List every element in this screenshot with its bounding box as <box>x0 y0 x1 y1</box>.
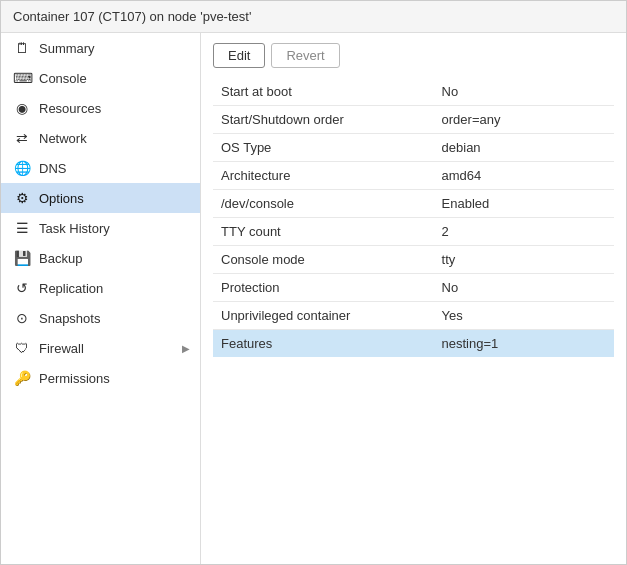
sidebar-item-options[interactable]: ⚙Options <box>1 183 200 213</box>
table-row: Start/Shutdown orderorder=any <box>213 106 614 134</box>
table-row: Console modetty <box>213 246 614 274</box>
edit-button[interactable]: Edit <box>213 43 265 68</box>
backup-label: Backup <box>39 251 190 266</box>
sidebar-item-resources[interactable]: ◉Resources <box>1 93 200 123</box>
table-row: OS Typedebian <box>213 134 614 162</box>
permissions-icon: 🔑 <box>13 370 31 386</box>
sidebar-item-network[interactable]: ⇄Network <box>1 123 200 153</box>
table-row: Start at bootNo <box>213 78 614 106</box>
firewall-label: Firewall <box>39 341 174 356</box>
sidebar-item-task-history[interactable]: ☰Task History <box>1 213 200 243</box>
option-value: No <box>434 78 614 106</box>
sidebar-item-console[interactable]: ⌨Console <box>1 63 200 93</box>
dns-label: DNS <box>39 161 190 176</box>
snapshots-label: Snapshots <box>39 311 190 326</box>
resources-icon: ◉ <box>13 100 31 116</box>
options-icon: ⚙ <box>13 190 31 206</box>
revert-button[interactable]: Revert <box>271 43 339 68</box>
option-key: TTY count <box>213 218 434 246</box>
option-value: amd64 <box>434 162 614 190</box>
option-value: tty <box>434 246 614 274</box>
sidebar-item-dns[interactable]: 🌐DNS <box>1 153 200 183</box>
backup-icon: 💾 <box>13 250 31 266</box>
summary-label: Summary <box>39 41 190 56</box>
option-key: /dev/console <box>213 190 434 218</box>
permissions-label: Permissions <box>39 371 190 386</box>
option-value: 2 <box>434 218 614 246</box>
dns-icon: 🌐 <box>13 160 31 176</box>
console-label: Console <box>39 71 190 86</box>
title-bar: Container 107 (CT107) on node 'pve-test' <box>1 1 626 33</box>
option-key: Protection <box>213 274 434 302</box>
option-key: Start at boot <box>213 78 434 106</box>
summary-icon: 🗒 <box>13 40 31 56</box>
page-title: Container 107 (CT107) on node 'pve-test' <box>13 9 251 24</box>
option-value: Enabled <box>434 190 614 218</box>
option-key: Features <box>213 330 434 358</box>
sidebar-item-firewall[interactable]: 🛡Firewall▶ <box>1 333 200 363</box>
network-label: Network <box>39 131 190 146</box>
option-key: Start/Shutdown order <box>213 106 434 134</box>
task-history-label: Task History <box>39 221 190 236</box>
console-icon: ⌨ <box>13 70 31 86</box>
sidebar-item-backup[interactable]: 💾Backup <box>1 243 200 273</box>
main-layout: 🗒Summary⌨Console◉Resources⇄Network🌐DNS⚙O… <box>1 33 626 564</box>
firewall-arrow-icon: ▶ <box>182 343 190 354</box>
replication-label: Replication <box>39 281 190 296</box>
resources-label: Resources <box>39 101 190 116</box>
sidebar-item-replication[interactable]: ↺Replication <box>1 273 200 303</box>
option-value: nesting=1 <box>434 330 614 358</box>
option-key: OS Type <box>213 134 434 162</box>
sidebar-item-summary[interactable]: 🗒Summary <box>1 33 200 63</box>
table-row: Unprivileged containerYes <box>213 302 614 330</box>
table-row: /dev/consoleEnabled <box>213 190 614 218</box>
option-key: Architecture <box>213 162 434 190</box>
options-label: Options <box>39 191 190 206</box>
sidebar-item-permissions[interactable]: 🔑Permissions <box>1 363 200 393</box>
network-icon: ⇄ <box>13 130 31 146</box>
content-area: Edit Revert Start at bootNoStart/Shutdow… <box>201 33 626 564</box>
option-key: Console mode <box>213 246 434 274</box>
table-row: Featuresnesting=1 <box>213 330 614 358</box>
firewall-icon: 🛡 <box>13 340 31 356</box>
table-row: TTY count2 <box>213 218 614 246</box>
snapshots-icon: ⊙ <box>13 310 31 326</box>
option-key: Unprivileged container <box>213 302 434 330</box>
toolbar: Edit Revert <box>213 43 614 68</box>
option-value: debian <box>434 134 614 162</box>
replication-icon: ↺ <box>13 280 31 296</box>
sidebar-item-snapshots[interactable]: ⊙Snapshots <box>1 303 200 333</box>
option-value: No <box>434 274 614 302</box>
option-value: Yes <box>434 302 614 330</box>
table-row: ProtectionNo <box>213 274 614 302</box>
table-row: Architectureamd64 <box>213 162 614 190</box>
sidebar: 🗒Summary⌨Console◉Resources⇄Network🌐DNS⚙O… <box>1 33 201 564</box>
task-history-icon: ☰ <box>13 220 31 236</box>
options-table: Start at bootNoStart/Shutdown orderorder… <box>213 78 614 357</box>
option-value: order=any <box>434 106 614 134</box>
